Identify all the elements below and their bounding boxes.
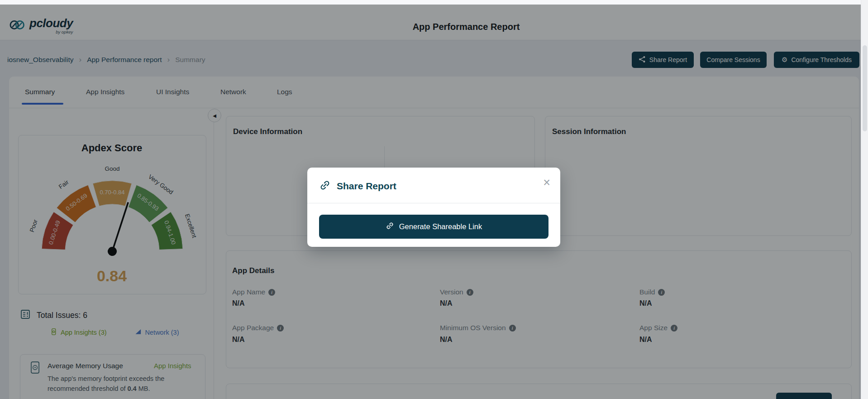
scrollbar[interactable] [861, 0, 868, 399]
link-icon [386, 221, 394, 232]
modal-divider [307, 203, 560, 203]
share-modal-header: Share Report × [307, 168, 560, 203]
share-modal-title: Share Report [337, 181, 396, 192]
share-report-modal: Share Report × Generate Shareable Link [307, 168, 560, 247]
generate-shareable-link-button[interactable]: Generate Shareable Link [319, 215, 548, 239]
top-strip [0, 0, 868, 5]
generate-shareable-link-label: Generate Shareable Link [399, 222, 482, 231]
link-icon [319, 179, 331, 193]
scrollbar-thumb[interactable] [863, 45, 867, 131]
close-icon[interactable]: × [543, 177, 550, 189]
